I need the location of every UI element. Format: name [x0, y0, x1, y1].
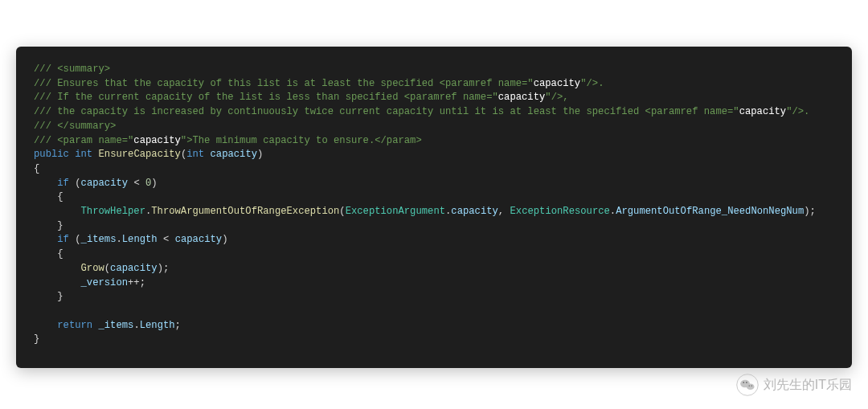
- xml-doc-summary-open: /// <summary>: [34, 63, 110, 75]
- keyword-int: int: [75, 149, 92, 160]
- type-name: ExceptionResource: [510, 206, 610, 217]
- code-text: /// <summary> /// Ensures that the capac…: [34, 63, 834, 347]
- xml-doc-param: /// <param name="capacity">The minimum c…: [34, 135, 422, 146]
- enum-value: capacity: [451, 206, 498, 217]
- keyword-public: public: [34, 149, 69, 160]
- svg-point-4: [746, 382, 747, 383]
- xml-doc-line: /// If the current capacity of the list …: [34, 92, 569, 103]
- svg-point-6: [751, 385, 751, 386]
- method-call: Grow: [81, 263, 104, 274]
- watermark-text: 刘先生的IT乐园: [764, 377, 852, 394]
- field: _items: [98, 320, 133, 331]
- svg-point-2: [747, 383, 755, 390]
- svg-point-3: [743, 382, 744, 383]
- svg-point-1: [740, 380, 750, 388]
- method-call: ThrowArgumentOutOfRangeException: [151, 206, 339, 217]
- keyword-if: if: [57, 234, 69, 245]
- param-type: int: [186, 149, 204, 160]
- field: _version: [81, 277, 129, 288]
- xml-doc-line: /// the capacity is increased by continu…: [34, 106, 809, 117]
- param-name: capacity: [211, 149, 258, 160]
- identifier: capacity: [175, 234, 223, 245]
- identifier: capacity: [81, 178, 129, 189]
- identifier: capacity: [110, 263, 158, 274]
- method-name: EnsureCapacity: [99, 149, 181, 160]
- enum-value: ArgumentOutOfRange_NeedNonNegNum: [616, 206, 804, 217]
- keyword-return: return: [57, 320, 92, 331]
- type-name: ThrowHelper: [81, 206, 145, 217]
- field: _items: [81, 234, 117, 245]
- svg-point-0: [737, 374, 759, 396]
- wechat-icon: [736, 374, 759, 396]
- code-block: /// <summary> /// Ensures that the capac…: [16, 47, 852, 368]
- keyword-if: if: [57, 178, 69, 189]
- xml-doc-line: /// Ensures that the capacity of this li…: [34, 78, 604, 89]
- svg-point-5: [748, 385, 749, 386]
- brace: {: [34, 163, 39, 174]
- watermark: 刘先生的IT乐园: [736, 374, 852, 396]
- property: Length: [122, 234, 158, 245]
- type-name: ExceptionArgument: [346, 206, 445, 217]
- property: Length: [140, 320, 175, 331]
- xml-doc-summary-close: /// </summary>: [34, 121, 116, 132]
